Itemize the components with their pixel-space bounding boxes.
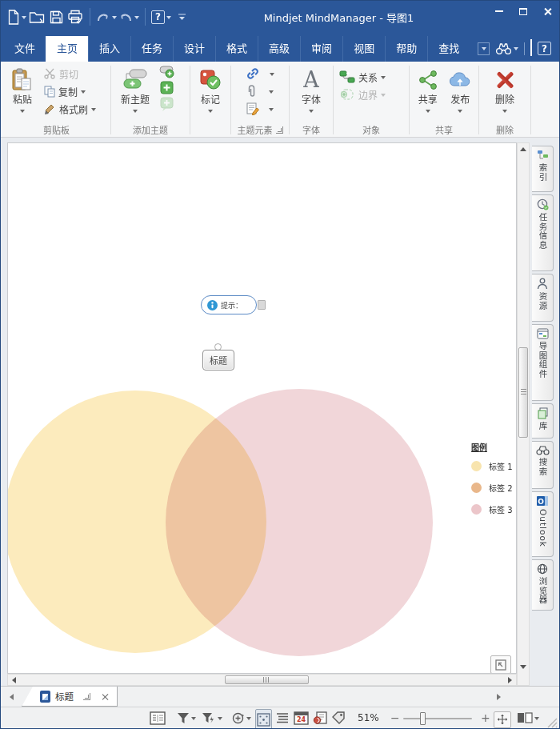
fit-map-button[interactable] — [494, 709, 511, 729]
balance-map-button[interactable] — [255, 709, 272, 729]
share-button[interactable]: 共享 — [413, 65, 443, 115]
horizontal-scroll-thumb[interactable] — [225, 675, 309, 684]
redo-button[interactable] — [118, 6, 139, 28]
minimize-button[interactable] — [487, 1, 511, 22]
scroll-down-button[interactable] — [518, 661, 529, 673]
venn-circle-right[interactable] — [166, 389, 433, 656]
zoom-slider-thumb[interactable] — [420, 712, 426, 725]
notes-button[interactable] — [244, 100, 276, 118]
relationship-button[interactable]: 关系 — [337, 68, 388, 86]
boundary-button[interactable]: 边界 — [337, 86, 388, 103]
add-callout-button[interactable] — [158, 97, 174, 111]
split-view-button[interactable] — [517, 707, 539, 728]
tab-scroll-left-button[interactable] — [1, 687, 22, 707]
filter-button[interactable] — [177, 707, 196, 728]
marker-index-button[interactable] — [313, 707, 327, 728]
sidebar-tab-outlook[interactable]: O Outlook — [532, 491, 554, 557]
hint-note-icon[interactable] — [258, 300, 266, 310]
copy-label: 复制 — [58, 85, 78, 98]
tab-home[interactable]: 主页 — [46, 36, 88, 62]
search-scope-dropdown[interactable] — [478, 42, 490, 55]
triangle-left-icon — [9, 677, 16, 683]
help-quick-button[interactable]: ? — [151, 6, 171, 28]
ribbon-help-button[interactable]: ? — [538, 42, 551, 55]
legend-item[interactable]: 标签 1 — [471, 460, 516, 472]
zoom-slider[interactable] — [403, 708, 472, 729]
sidebar-tab-index[interactable]: 索引 — [532, 146, 554, 192]
scroll-up-button[interactable] — [518, 143, 529, 155]
hint-topic[interactable]: 提示： — [201, 295, 257, 314]
scroll-left-button[interactable] — [8, 675, 20, 685]
find-button[interactable] — [495, 42, 518, 55]
sidebar-tab-task-info[interactable]: 任务信息 — [532, 194, 554, 271]
dialog-launcher-icon[interactable] — [276, 126, 283, 134]
undo-button[interactable] — [96, 6, 117, 28]
collapse-canvas-button[interactable] — [490, 655, 511, 674]
map-canvas[interactable]: 提示： 标题 图例 标签 1 标签 2 — [7, 142, 517, 674]
tab-file[interactable]: 文件 — [4, 36, 46, 62]
tab-search[interactable]: 查找 — [427, 36, 470, 62]
tab-launcher-icon[interactable] — [83, 693, 90, 700]
new-topic-button[interactable]: 新主题 — [114, 65, 156, 115]
maximize-button[interactable] — [511, 1, 535, 22]
print-button[interactable] — [66, 6, 84, 28]
tab-scroll-right-button[interactable] — [497, 687, 501, 707]
tag-button[interactable] — [331, 707, 346, 728]
filter-dropdown-icon — [191, 717, 196, 723]
font-button[interactable]: A 字体 — [294, 65, 329, 115]
sidebar-tab-search[interactable]: 搜索 — [532, 441, 554, 489]
horizontal-scrollbar[interactable] — [7, 674, 517, 686]
sidebar-tab-library[interactable]: 库 — [532, 403, 554, 439]
power-filter-dropdown-icon — [218, 717, 222, 723]
format-painter-button[interactable]: 格式刷 — [42, 100, 98, 118]
paste-button[interactable]: 粘贴 — [6, 65, 39, 115]
delete-button[interactable]: 删除 — [487, 65, 522, 115]
tab-close-icon[interactable] — [102, 693, 109, 700]
attachment-button[interactable] — [244, 82, 276, 100]
open-button[interactable] — [28, 6, 46, 28]
publish-button[interactable]: 发布 — [446, 65, 476, 115]
zoom-out-button[interactable]: − — [390, 707, 400, 728]
quick-add-button[interactable] — [231, 707, 251, 728]
tab-advanced[interactable]: 高级 — [258, 36, 300, 62]
add-subtopic-button[interactable] — [158, 65, 174, 79]
collapse-ribbon-button[interactable] — [530, 41, 532, 56]
legend-item[interactable]: 标签 3 — [471, 503, 516, 515]
tab-review[interactable]: 审阅 — [300, 36, 342, 62]
tab-help[interactable]: 帮助 — [385, 36, 427, 62]
schedule-button[interactable]: 24 — [294, 707, 309, 728]
zoom-slider-track[interactable] — [403, 718, 472, 719]
tab-view[interactable]: 视图 — [342, 36, 385, 62]
close-button[interactable] — [535, 1, 559, 22]
topic-notes-view-button[interactable] — [150, 707, 166, 728]
add-topic-group-label: 添加主题 — [114, 122, 186, 137]
save-button[interactable] — [47, 6, 65, 28]
sidebar-tab-map-parts[interactable]: 导图组件 — [532, 324, 554, 401]
resize-grip[interactable] — [547, 712, 558, 729]
sidebar-tab-resources[interactable]: 资源 — [532, 274, 554, 322]
copy-button[interactable]: 复制 — [42, 82, 98, 100]
power-filter-button[interactable] — [202, 707, 222, 728]
vertical-scroll-track[interactable] — [518, 155, 529, 661]
legend[interactable]: 图例 标签 1 标签 2 标签 3 — [471, 441, 516, 525]
vertical-scrollbar[interactable] — [517, 142, 530, 686]
add-topic-after-button[interactable] — [158, 81, 174, 95]
outline-view-button[interactable] — [276, 707, 289, 728]
sidebar-tab-browser[interactable]: 浏览器 — [532, 559, 554, 611]
central-topic[interactable]: 标题 — [202, 350, 234, 371]
vertical-scroll-thumb[interactable] — [518, 347, 528, 438]
tab-design[interactable]: 设计 — [173, 36, 215, 62]
document-tab[interactable]: 标题 — [22, 687, 118, 707]
scroll-right-button[interactable] — [504, 675, 516, 685]
tab-format[interactable]: 格式 — [215, 36, 258, 62]
tab-task[interactable]: 任务 — [130, 36, 173, 62]
zoom-in-button[interactable]: + — [481, 707, 490, 728]
new-document-button[interactable] — [7, 6, 26, 28]
cut-button[interactable]: 剪切 — [42, 65, 98, 82]
marker-button[interactable]: 标记 — [194, 65, 227, 115]
tab-insert[interactable]: 插入 — [88, 36, 130, 62]
hyperlink-button[interactable] — [243, 65, 277, 82]
customize-qat-button[interactable] — [173, 6, 190, 28]
horizontal-scroll-track[interactable] — [20, 675, 504, 685]
legend-item[interactable]: 标签 2 — [471, 482, 516, 494]
